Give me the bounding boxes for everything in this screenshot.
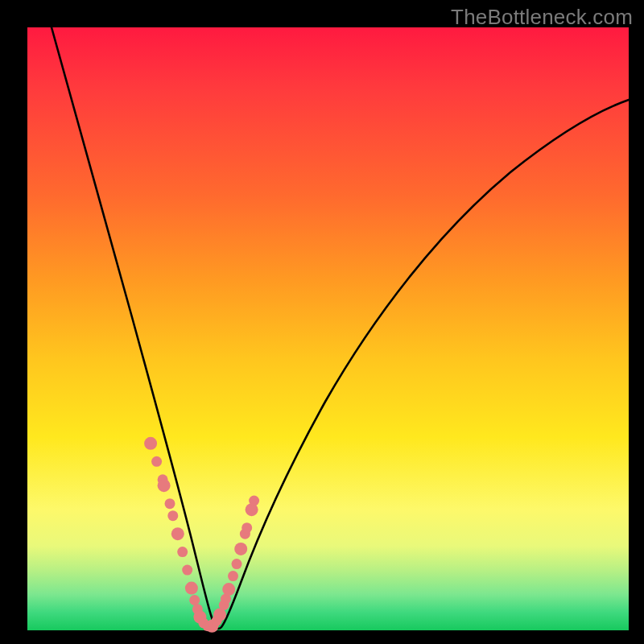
data-point: [228, 571, 238, 581]
data-point: [185, 582, 198, 595]
plot-area: [27, 27, 629, 630]
data-point: [242, 522, 252, 533]
data-point: [165, 498, 175, 509]
data-point: [167, 510, 178, 521]
watermark-text: TheBottleneck.com: [451, 5, 633, 30]
dot-layer: [144, 437, 259, 633]
data-point: [222, 583, 235, 596]
curve-path: [52, 27, 629, 629]
data-point: [234, 543, 247, 555]
data-point: [144, 437, 157, 450]
data-point: [171, 527, 184, 540]
data-point: [177, 547, 188, 557]
data-point: [189, 595, 200, 605]
data-point: [232, 559, 242, 569]
data-point: [151, 456, 162, 467]
data-point: [158, 479, 171, 492]
curve-layer: [27, 27, 629, 630]
data-point: [249, 496, 259, 506]
data-point: [182, 565, 192, 576]
outer-frame: TheBottleneck.com: [0, 0, 644, 644]
bottleneck-curve: [52, 27, 629, 629]
